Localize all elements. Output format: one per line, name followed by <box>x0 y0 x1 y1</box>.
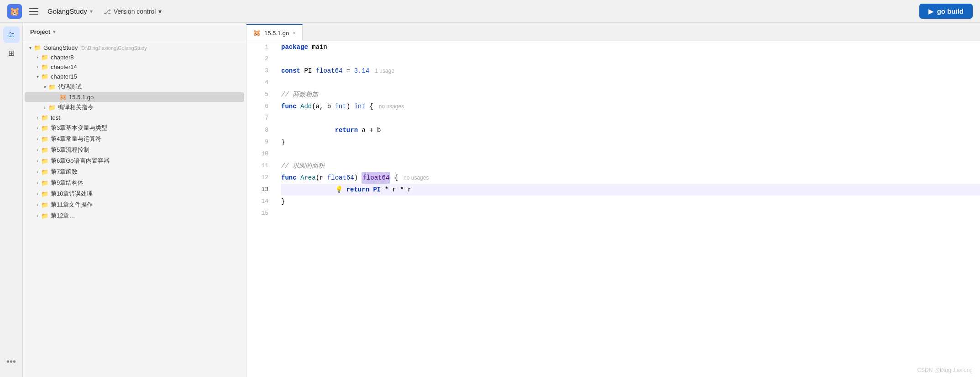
item-label: 第10章错误处理 <box>51 190 93 198</box>
code-content[interactable]: package main const PI float64 = 3.141 us… <box>274 41 980 377</box>
keyword-return-2: return <box>346 184 369 196</box>
expand-arrow: › <box>34 126 41 131</box>
folder-icon: 📁 <box>34 44 41 51</box>
activity-structure[interactable]: ⊞ <box>3 45 20 61</box>
op-mul-1: * <box>385 184 388 196</box>
folder-icon: 📁 <box>41 202 48 208</box>
item-label: 第12章… <box>51 212 75 220</box>
tree-item-ch4[interactable]: › 📁 第4章常量与运算符 <box>23 133 246 144</box>
op-paren-close-2: ) <box>354 172 358 184</box>
logo-icon: 🐹 <box>10 6 20 16</box>
code-line-8: return a + b <box>281 124 980 136</box>
menu-button[interactable] <box>27 5 40 18</box>
item-label: 第11章文件操作 <box>51 201 93 209</box>
folder-icon: 🗂 <box>8 31 15 39</box>
ident-r2: r <box>408 184 411 196</box>
code-line-10 <box>281 148 980 160</box>
vcs-selector[interactable]: ⎇ Version control ▾ <box>104 8 162 15</box>
tree-item-chapter8[interactable]: › 📁 chapter8 <box>23 53 246 62</box>
main-layout: 🗂 ⊞ ••• Project ▾ ▾ 📁 GolangStudy D:\Din… <box>0 23 980 377</box>
ident-r1: r <box>392 184 396 196</box>
tree-item-ch7[interactable]: › 📁 第7章函数 <box>23 166 246 177</box>
expand-arrow: › <box>34 55 41 60</box>
tree-item-file-1551[interactable]: 🐹 15.5.1.go <box>25 92 244 102</box>
expand-arrow: › <box>41 105 48 110</box>
hint-no-usages-1: no usages <box>379 101 404 112</box>
ln-14: 14 <box>246 196 268 207</box>
ln-11: 11 <box>246 160 268 172</box>
tree-item-root[interactable]: ▾ 📁 GolangStudy D:\DingJiaxiong\GolangSt… <box>23 43 246 53</box>
item-label: 15.5.1.go <box>69 94 94 101</box>
expand-arrow: ▾ <box>41 85 48 90</box>
project-chevron: ▾ <box>90 8 93 15</box>
tree-item-ch11[interactable]: › 📁 第11章文件操作 <box>23 199 246 210</box>
expand-arrow: › <box>34 202 41 207</box>
expand-arrow: › <box>34 181 41 186</box>
tree-item-chapter14[interactable]: › 📁 chapter14 <box>23 62 246 72</box>
sidebar: Project ▾ ▾ 📁 GolangStudy D:\DingJiaxion… <box>23 23 246 377</box>
op-paren-close: ) <box>346 101 350 112</box>
comment-add: // 两数相加 <box>281 89 318 101</box>
tree-item-ch3[interactable]: › 📁 第3章基本变量与类型 <box>23 122 246 133</box>
tree-item-code-test[interactable]: ▾ 📁 代码测试 <box>23 81 246 92</box>
tab-close-button[interactable]: × <box>293 30 295 36</box>
tab-file-icon: 🐹 <box>253 29 261 37</box>
tree-item-ch5[interactable]: › 📁 第5章流程控制 <box>23 144 246 155</box>
folder-icon: 📁 <box>41 125 48 132</box>
run-label: go build <box>937 7 964 15</box>
code-line-7 <box>281 112 980 124</box>
tree-item-ch10[interactable]: › 📁 第10章错误处理 <box>23 188 246 199</box>
ln-12: 12 <box>246 172 268 184</box>
editor-area: 🐹 15.5.1.go × 1 2 3 4 5 6 7 8 9 10 11 12… <box>246 23 980 377</box>
type-float64: float64 <box>316 65 343 77</box>
expand-arrow: › <box>34 64 41 69</box>
code-line-14: } <box>281 196 980 207</box>
tree-item-ch12[interactable]: › 📁 第12章… <box>23 210 246 221</box>
editor-tab-1551[interactable]: 🐹 15.5.1.go × <box>246 24 303 41</box>
tab-filename: 15.5.1.go <box>264 30 289 37</box>
item-label: chapter8 <box>51 54 74 61</box>
tree-item-chapter15[interactable]: ▾ 📁 chapter15 <box>23 72 246 81</box>
code-line-1: package main <box>281 41 980 53</box>
activity-more[interactable]: ••• <box>3 353 20 370</box>
vcs-chevron: ▾ <box>158 8 162 15</box>
return-type-float64: float64 <box>362 172 390 184</box>
folder-icon: 📁 <box>41 191 48 197</box>
ln-4: 4 <box>246 77 268 89</box>
ident-a: a <box>362 124 365 136</box>
lightbulb-icon: 💡 <box>335 184 343 196</box>
ln-5: 5 <box>246 89 268 101</box>
expand-arrow: › <box>34 191 41 196</box>
ident-PI: PI <box>373 184 381 196</box>
vcs-label: Version control <box>114 8 156 15</box>
comment-area: // 求圆的面积 <box>281 160 325 172</box>
activity-folder[interactable]: 🗂 <box>3 27 20 43</box>
sidebar-chevron[interactable]: ▾ <box>53 29 55 34</box>
item-label: chapter15 <box>51 73 77 80</box>
item-label: GolangStudy <box>43 44 78 51</box>
hint-no-usages-2: no usages <box>404 172 429 184</box>
ln-2: 2 <box>246 53 268 65</box>
item-label: 第6章Go语言内置容器 <box>51 157 110 165</box>
run-button[interactable]: ▶ go build <box>919 4 973 19</box>
folder-icon: 📁 <box>48 84 56 90</box>
param-a: a <box>316 101 320 112</box>
hint-usage-const: 1 usage <box>375 65 394 77</box>
vcs-icon: ⎇ <box>104 8 111 15</box>
tree-item-compile[interactable]: › 📁 编译相关指令 <box>23 102 246 113</box>
tree-item-ch6[interactable]: › 📁 第6章Go语言内置容器 <box>23 155 246 166</box>
tree-item-test[interactable]: › 📁 test <box>23 113 246 122</box>
item-label: 第4章常量与运算符 <box>51 135 101 143</box>
code-editor: 1 2 3 4 5 6 7 8 9 10 11 12 13 14 15 p <box>246 41 980 377</box>
ln-10: 10 <box>246 148 268 160</box>
expand-arrow: › <box>34 137 41 142</box>
app-logo: 🐹 <box>7 4 22 19</box>
item-label: 第3章基本变量与类型 <box>51 124 107 132</box>
folder-icon: 📁 <box>41 212 48 219</box>
expand-arrow: › <box>34 213 41 218</box>
comma: , <box>320 101 323 112</box>
type-int-ret: int <box>354 101 366 112</box>
project-selector[interactable]: GolangStudy ▾ <box>47 7 93 15</box>
folder-icon: 📁 <box>41 136 48 143</box>
tree-item-ch9[interactable]: › 📁 第9章结构体 <box>23 177 246 188</box>
